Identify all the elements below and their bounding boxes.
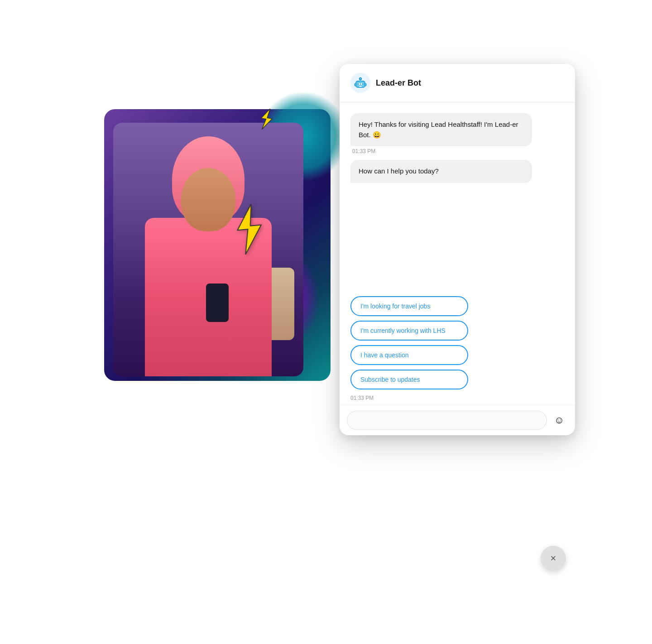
- svg-rect-7: [359, 86, 362, 87]
- woman-face: [181, 168, 235, 231]
- emoji-icon: ☺: [554, 414, 564, 426]
- quick-replies: I'm looking for travel jobs I'm currentl…: [340, 296, 575, 389]
- bottom-time: 01:33 PM: [340, 389, 575, 405]
- message-text-2: How can I help you today?: [350, 160, 532, 183]
- chat-input[interactable]: [347, 411, 547, 430]
- close-icon: ×: [551, 553, 556, 563]
- message-bubble-1: Hey! Thanks for visiting Lead Healthstaf…: [350, 113, 564, 154]
- woman-photo: [113, 123, 303, 376]
- message-time-1: 01:33 PM: [350, 148, 564, 154]
- svg-marker-1: [259, 107, 274, 130]
- svg-rect-11: [365, 83, 366, 86]
- message-bubble-2: How can I help you today?: [350, 160, 564, 183]
- quick-reply-question[interactable]: I have a question: [350, 345, 468, 365]
- bot-avatar: [350, 73, 370, 93]
- svg-marker-0: [235, 203, 264, 255]
- bot-name: Lead-er Bot: [376, 78, 421, 88]
- svg-rect-10: [355, 83, 356, 86]
- emoji-button[interactable]: ☺: [551, 412, 568, 429]
- chat-input-area: ☺: [340, 405, 575, 435]
- quick-reply-working-lhs[interactable]: I'm currently working with LHS: [350, 321, 468, 341]
- chat-header: Lead-er Bot: [340, 64, 575, 102]
- svg-point-5: [358, 83, 359, 85]
- chat-widget: Lead-er Bot Hey! Thanks for visiting Lea…: [340, 64, 575, 435]
- quick-reply-subscribe[interactable]: Subscribe to updates: [350, 370, 468, 389]
- svg-point-6: [362, 83, 363, 85]
- chat-messages: Hey! Thanks for visiting Lead Healthstaf…: [340, 102, 575, 296]
- message-text-1: Hey! Thanks for visiting Lead Healthstaf…: [350, 113, 532, 146]
- scene-container: Lead-er Bot Hey! Thanks for visiting Lea…: [77, 50, 575, 594]
- lightning-large-icon: [229, 203, 269, 262]
- quick-reply-travel-jobs[interactable]: I'm looking for travel jobs: [350, 296, 468, 316]
- close-button[interactable]: ×: [541, 546, 566, 571]
- svg-point-9: [360, 78, 362, 80]
- woman-phone: [206, 284, 229, 322]
